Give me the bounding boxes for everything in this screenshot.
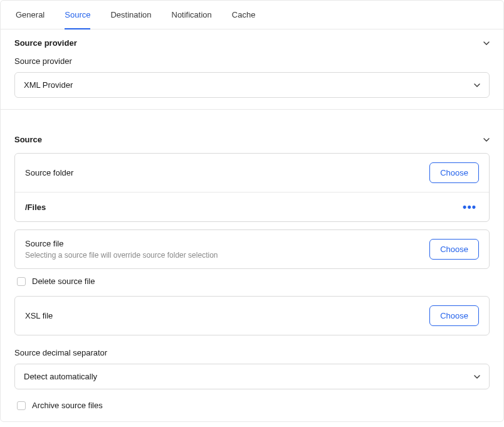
tab-cache[interactable]: Cache [222, 1, 266, 29]
source-file-hint: Selecting a source file will override so… [25, 251, 218, 260]
source-folder-card: Source folder Choose /Files ••• [14, 153, 490, 222]
chevron-down-icon [474, 82, 480, 88]
delete-source-file-checkbox[interactable] [17, 277, 26, 286]
tab-source[interactable]: Source [55, 1, 100, 29]
source-folder-label: Source folder [25, 168, 73, 177]
section-header-source-provider[interactable]: Source provider [1, 29, 503, 56]
delete-source-file-row: Delete source file [17, 277, 490, 286]
source-provider-label: Source provider [14, 56, 490, 66]
source-folder-value-row: /Files ••• [15, 192, 489, 221]
section-body: Source folder Choose /Files ••• Source f… [1, 153, 503, 421]
choose-source-file-button[interactable]: Choose [429, 239, 479, 260]
section-title: Source [14, 135, 42, 144]
decimal-separator-select[interactable]: Detect automatically [14, 364, 490, 389]
archive-source-files-checkbox[interactable] [17, 401, 26, 410]
xsl-file-card: XSL file Choose [14, 296, 490, 335]
source-file-row: Source file Selecting a source file will… [15, 230, 489, 268]
source-file-label: Source file [25, 239, 218, 248]
tab-destination[interactable]: Destination [100, 1, 161, 29]
chevron-down-icon [483, 137, 490, 143]
tab-general[interactable]: General [6, 1, 55, 29]
xsl-file-row: XSL file Choose [15, 297, 489, 335]
more-options-icon[interactable]: ••• [460, 201, 479, 213]
tabs-bar: General Source Destination Notification … [1, 1, 503, 29]
section-source-provider: Source provider Source provider XML Prov… [1, 29, 503, 110]
section-body: Source provider XML Provider [1, 56, 503, 109]
section-title: Source provider [14, 38, 77, 48]
choose-xsl-file-button[interactable]: Choose [429, 305, 479, 326]
section-header-source[interactable]: Source [1, 126, 503, 153]
chevron-down-icon [483, 40, 490, 46]
section-source: Source Source folder Choose /Files ••• [1, 110, 503, 421]
chevron-down-icon [474, 374, 480, 380]
choose-source-folder-button[interactable]: Choose [429, 162, 479, 183]
source-file-card: Source file Selecting a source file will… [14, 229, 490, 269]
decimal-separator-value: Detect automatically [24, 372, 97, 381]
source-folder-value: /Files [25, 203, 46, 212]
decimal-separator-label: Source decimal separator [14, 348, 490, 357]
settings-container: General Source Destination Notification … [0, 0, 504, 422]
archive-source-files-row: Archive source files [17, 401, 490, 410]
xsl-file-label: XSL file [25, 311, 53, 320]
source-provider-select[interactable]: XML Provider [14, 72, 490, 98]
source-folder-header-row: Source folder Choose [15, 154, 489, 192]
delete-source-file-label: Delete source file [32, 277, 95, 286]
source-provider-value: XML Provider [24, 80, 73, 90]
tab-notification[interactable]: Notification [162, 1, 222, 29]
archive-source-files-label: Archive source files [32, 401, 103, 410]
